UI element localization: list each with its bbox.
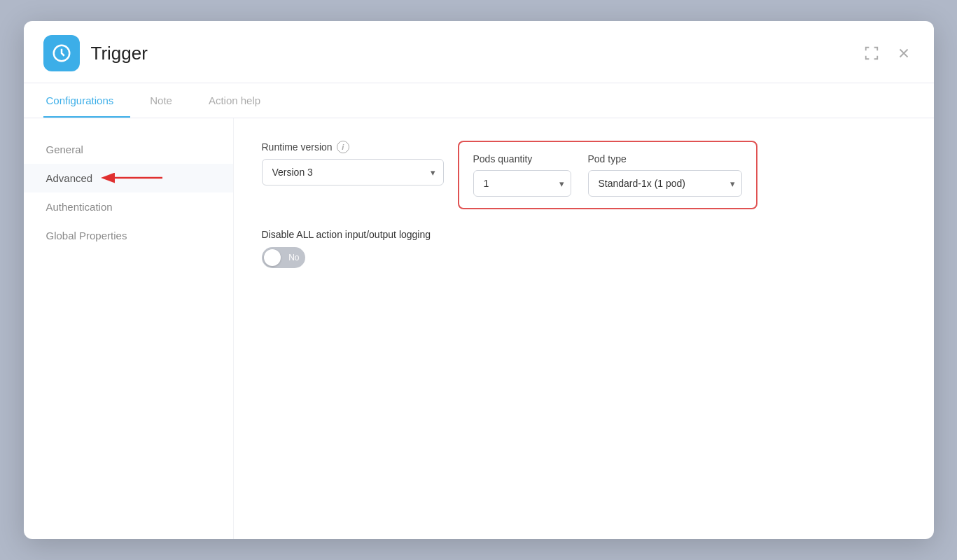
pods-quantity-select[interactable]: 1 2 3 4: [473, 170, 571, 197]
pod-type-select-wrapper: Standard-1x (1 pod) Standard-2x (2 pods)…: [588, 170, 742, 197]
close-icon: [896, 46, 911, 61]
red-arrow-annotation: [108, 168, 164, 188]
pod-type-group: Pod type Standard-1x (1 pod) Standard-2x…: [588, 153, 742, 197]
modal-body: General Advanced Authentication G: [24, 118, 934, 539]
expand-icon: [864, 46, 879, 61]
toggle-text: No: [288, 253, 299, 262]
runtime-pods-row: Runtime version i Version 1 Version 2 Ve…: [262, 141, 906, 209]
sidebar: General Advanced Authentication G: [24, 118, 234, 539]
clock-icon: [51, 43, 72, 64]
toggle-knob: [264, 249, 281, 266]
modal-title: Trigger: [91, 43, 861, 64]
pods-quantity-select-wrapper: 1 2 3 4 ▾: [473, 170, 571, 197]
expand-button[interactable]: [861, 43, 882, 64]
pod-type-select[interactable]: Standard-1x (1 pod) Standard-2x (2 pods)…: [588, 170, 742, 197]
tab-configurations[interactable]: Configurations: [43, 83, 131, 118]
header-actions: [861, 43, 914, 64]
runtime-version-select-wrapper: Version 1 Version 2 Version 3 ▾: [262, 159, 444, 186]
main-content: Runtime version i Version 1 Version 2 Ve…: [234, 118, 934, 539]
sidebar-item-authentication[interactable]: Authentication: [24, 192, 233, 221]
sidebar-item-general[interactable]: General: [24, 135, 233, 164]
pods-quantity-group: Pods quantity 1 2 3 4 ▾: [473, 153, 571, 197]
runtime-version-group: Runtime version i Version 1 Version 2 Ve…: [262, 141, 444, 186]
close-button[interactable]: [893, 43, 914, 64]
runtime-version-select[interactable]: Version 1 Version 2 Version 3: [262, 159, 444, 186]
logging-label: Disable ALL action input/output logging: [262, 229, 906, 240]
logging-section: Disable ALL action input/output logging …: [262, 229, 906, 268]
pod-type-label: Pod type: [588, 153, 742, 164]
sidebar-item-advanced[interactable]: Advanced: [24, 164, 233, 192]
tab-note[interactable]: Note: [147, 83, 189, 118]
modal-header: Trigger: [24, 21, 934, 83]
logging-toggle-wrapper: No: [262, 247, 906, 268]
logging-toggle[interactable]: No: [262, 247, 305, 268]
pods-section: Pods quantity 1 2 3 4 ▾: [458, 141, 757, 209]
runtime-version-label: Runtime version i: [262, 141, 444, 153]
modal-container: Trigger Configurations: [24, 21, 934, 539]
runtime-info-icon[interactable]: i: [337, 141, 349, 153]
tab-action-help[interactable]: Action help: [206, 83, 277, 118]
sidebar-item-global-properties[interactable]: Global Properties: [24, 221, 233, 250]
tabs-bar: Configurations Note Action help: [24, 83, 934, 118]
trigger-icon: [43, 35, 80, 71]
pods-quantity-label: Pods quantity: [473, 153, 571, 164]
